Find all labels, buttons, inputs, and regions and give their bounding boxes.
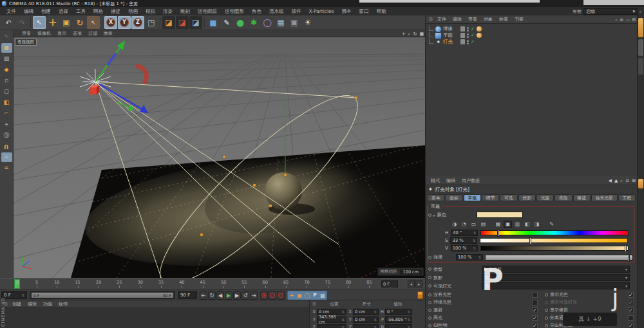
object-manager-icon[interactable]: ⊞ (632, 17, 636, 23)
visibility-dots[interactable] (467, 40, 469, 44)
sphere-object[interactable] (265, 172, 302, 210)
attribute-tab[interactable]: 焦散 (554, 194, 572, 201)
dropdown[interactable]: 聚光灯 ▾ (482, 266, 630, 273)
gradient-slider[interactable] (480, 230, 629, 235)
layout-tab-orange[interactable] (638, 179, 643, 188)
material-menu-item[interactable]: 创建 (9, 301, 24, 307)
view-control-icon[interactable]: + (402, 32, 406, 37)
toolbar-button[interactable] (158, 16, 162, 29)
viewport-menu-item[interactable]: 面板 (100, 30, 116, 37)
attribute-menu-item[interactable]: 模式 (428, 178, 443, 184)
object-menu-item[interactable]: 书签 (511, 16, 527, 23)
animation-dot-icon[interactable] (428, 284, 431, 287)
record-button[interactable]: ? (277, 291, 285, 300)
toolbar-button[interactable]: ☀ (301, 16, 314, 29)
rotation-field[interactable]: ⇅ (385, 324, 412, 328)
checkbox[interactable] (532, 292, 538, 298)
size-field[interactable]: ⇅ (353, 324, 379, 328)
toolbar-button[interactable]: ✱ (247, 16, 260, 29)
channel-value-field[interactable]: 33 % ⇅ (450, 237, 477, 244)
menu-item[interactable]: 选择 (55, 8, 72, 15)
menu-item[interactable]: 模拟 (142, 8, 159, 15)
frame-range-slider[interactable]: 0 F 90 F (30, 291, 175, 299)
menu-item[interactable]: 网格 (90, 8, 107, 15)
layout-dropdown[interactable]: 启动 ▾ (583, 8, 638, 15)
stepper-icon[interactable]: ⇅ (408, 310, 410, 314)
transport-button[interactable]: ▶ (233, 291, 241, 300)
menu-item[interactable]: 创建 (37, 8, 55, 15)
intensity-slider[interactable] (485, 255, 633, 260)
enabled-check-icon[interactable]: ✓ (471, 39, 475, 44)
material-menu-item[interactable]: 编辑 (24, 301, 40, 307)
toolbar-button[interactable]: ◯ (261, 16, 274, 29)
stepper-icon[interactable]: ⇅ (342, 310, 345, 314)
rotation-field[interactable]: -56.805 °⇅ (385, 316, 412, 323)
attribute-menu-item[interactable]: 编辑 (443, 178, 459, 184)
slider-handle[interactable] (497, 230, 499, 237)
scroll-left-icon[interactable]: ◂ (408, 280, 415, 287)
animation-dot-icon[interactable] (428, 256, 431, 259)
picker-mode-icon[interactable]: ▦ (494, 221, 502, 228)
checkbox[interactable]: ✓ (628, 323, 634, 328)
stepper-icon[interactable]: ⇅ (374, 325, 377, 328)
attribute-tab[interactable]: 工程 (618, 194, 636, 201)
picker-mode-icon[interactable]: ◧ (523, 221, 531, 228)
position-field[interactable]: ⇅ (317, 324, 346, 328)
animation-dot-icon[interactable] (545, 301, 548, 304)
checkbox[interactable]: ✓ (628, 307, 634, 313)
rotation-field[interactable]: 0 °⇅ (385, 309, 412, 315)
attribute-manager-icon[interactable]: ▲ (614, 178, 618, 183)
stepper-icon[interactable]: ⇅ (473, 231, 476, 235)
object-menu-item[interactable]: 文件 (434, 16, 450, 23)
transport-button[interactable]: ⇥ (250, 291, 258, 300)
menu-item[interactable]: 捕捉 (107, 8, 124, 15)
layer-icon[interactable] (460, 39, 465, 44)
menu-item[interactable]: 脚本 (338, 8, 355, 15)
stepper-icon[interactable]: ⇅ (408, 318, 410, 322)
channel-value-field[interactable]: 40 ° ⇅ (451, 230, 478, 236)
attribute-tab[interactable]: 噪波 (573, 194, 591, 201)
menu-item[interactable]: 运动图形 (221, 8, 248, 15)
animation-dot-icon[interactable] (428, 309, 431, 312)
checkbox[interactable]: ✓ (628, 292, 634, 298)
view-label[interactable]: 透视视图 (15, 39, 37, 46)
animation-dot-icon[interactable] (428, 276, 431, 279)
menu-item[interactable]: 渲染 (159, 8, 176, 15)
layout-tab[interactable] (638, 39, 643, 56)
attribute-manager-icon[interactable]: ◀ (609, 178, 612, 183)
timeline-ruler[interactable]: 051015202530354045505560657075808590 0 F… (0, 278, 425, 290)
animation-dot-icon[interactable] (428, 293, 431, 296)
toolbar-button[interactable] (203, 16, 206, 29)
toolbar-button[interactable]: ↖ (33, 16, 46, 29)
panel-grid-icon[interactable]: ⊞ (428, 17, 434, 22)
menu-item[interactable]: 角色 (248, 8, 265, 15)
transport-button[interactable]: ⇤ (200, 291, 207, 300)
mode-button[interactable]: ▫ (1, 76, 12, 86)
picker-mode-icon[interactable]: ▭ (469, 221, 478, 228)
size-field[interactable]: 0 cm⇅ (353, 309, 379, 315)
viewport-menu-item[interactable]: 显示 (54, 30, 70, 37)
mode-button[interactable]: ⌖ (1, 120, 12, 129)
stepper-icon[interactable]: ⇅ (374, 310, 377, 314)
enabled-check-icon[interactable]: ✓ (471, 26, 475, 32)
picker-mode-icon[interactable]: ▣ (504, 221, 512, 228)
toolbar-button[interactable]: ▣ (288, 16, 301, 29)
range-start[interactable]: 0 F (33, 293, 39, 298)
toolbar-button[interactable]: ◪ (176, 16, 189, 29)
transport-button[interactable]: ↻ (208, 291, 216, 300)
attribute-menu-item[interactable]: 用户数据 (459, 178, 483, 184)
picker-mode-icon[interactable]: ▥ (513, 221, 522, 228)
attribute-tab[interactable]: 坐标 (445, 194, 462, 201)
toolbar-button[interactable]: X (104, 16, 117, 29)
checkbox[interactable] (532, 300, 538, 305)
dropdown[interactable]: 无 ▾ (482, 274, 630, 281)
toolbar-button[interactable]: ◪ (189, 16, 202, 29)
record-button[interactable]: ● (260, 291, 268, 300)
toolbar-button[interactable] (29, 16, 32, 29)
viewport-menu-item[interactable]: 摄像机 (34, 30, 54, 37)
object-manager-icon[interactable]: — (625, 17, 630, 23)
view-control-icon[interactable]: ▦ (419, 32, 424, 37)
toolbar-button[interactable]: + (46, 16, 59, 29)
phong-tag-icon[interactable] (477, 33, 482, 38)
animation-dot-icon[interactable] (545, 309, 548, 312)
